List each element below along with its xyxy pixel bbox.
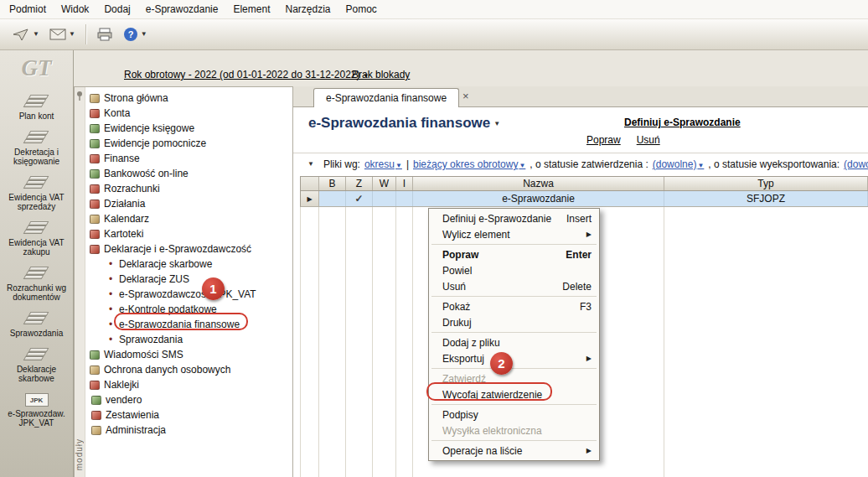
tree-item-rozrachunki[interactable]: Rozrachunki	[86, 181, 292, 196]
filter-period-text: okresu	[364, 158, 395, 170]
close-icon[interactable]: ×	[462, 90, 469, 102]
sidebar-item-vat-sprzedazy[interactable]: Ewidencja VAT sprzedaży	[1, 176, 73, 211]
ctx-popraw[interactable]: PoprawEnter	[429, 246, 599, 262]
filter-scope-link[interactable]: bieżący okres obrotowy▼	[413, 158, 525, 170]
help-button[interactable]: ? ▼	[118, 23, 152, 45]
sidebar-item-vat-zakupu[interactable]: Ewidencja VAT zakupu	[1, 221, 73, 257]
chevron-down-icon: ▼	[33, 31, 39, 38]
menu-widok[interactable]: Widok	[54, 0, 96, 18]
ctx-definiuj[interactable]: Definiuj e-SprawozdanieInsert	[429, 210, 599, 226]
lock-status-link[interactable]: Brak blokady	[352, 69, 410, 80]
ctx-powiel[interactable]: Powiel	[429, 262, 599, 278]
menu-item-label: Wysyłka elektroniczna	[442, 425, 542, 437]
tree-item-vendero[interactable]: ›vendero	[86, 392, 292, 407]
menu-element[interactable]: Element	[225, 0, 277, 18]
ctx-usun[interactable]: UsuńDelete	[429, 278, 599, 294]
page-title[interactable]: e-Sprawozdania finansowe▼	[308, 115, 500, 132]
header-typ[interactable]: Typ	[664, 177, 868, 190]
sidebar-item-dekretacja[interactable]: Dekretacja i księgowanie	[1, 131, 73, 166]
tree-item-label: Kalendarz	[104, 213, 149, 225]
ctx-dodaj-z-pliku[interactable]: Dodaj z pliku	[429, 334, 599, 350]
ctx-wycofaj-zatwierdzenie[interactable]: Wycofaj zatwierdzenie	[429, 386, 599, 402]
popraw-link[interactable]: Popraw	[586, 134, 621, 146]
cell-nazwa: e-Sprawozdanie	[413, 191, 664, 206]
tree-item-ewidencje-pomocnicze[interactable]: Ewidencje pomocnicze	[86, 136, 292, 151]
cell-b	[319, 191, 346, 206]
ctx-operacje-na-liscie[interactable]: Operacje na liście▶	[429, 443, 599, 459]
menu-dodaj[interactable]: Dodaj	[96, 0, 137, 18]
send-button[interactable]: ▼	[7, 24, 44, 45]
tree-item-konta[interactable]: Konta	[86, 106, 292, 121]
menu-separator	[431, 244, 597, 245]
ledgers-icon	[90, 124, 100, 133]
tree-item-sprawozdania[interactable]: •Sprawozdania	[86, 332, 292, 347]
app-window: Podmiot Widok Dodaj e-Sprawozdanie Eleme…	[0, 0, 868, 477]
filter-period-link[interactable]: okresu▼	[364, 158, 402, 170]
tree-item-label: vendero	[106, 394, 142, 406]
tree-item-naklejki[interactable]: Naklejki	[86, 377, 292, 392]
tree-item-deklaracje-zus[interactable]: •Deklaracje ZUS	[86, 272, 292, 287]
menu-pomoc[interactable]: Pomoc	[338, 0, 385, 18]
header-b[interactable]: B	[319, 177, 346, 190]
sidebar-item-rozrachunki[interactable]: Rozrachunki wg dokumentów	[1, 267, 73, 302]
administration-icon	[91, 426, 101, 435]
menu-podmiot[interactable]: Podmiot	[2, 0, 54, 18]
tree-item-zestawienia[interactable]: ›Zestawienia	[86, 407, 292, 423]
filter-approval-link[interactable]: (dowolne)▼	[653, 158, 705, 170]
header-w[interactable]: W	[373, 177, 396, 190]
page-title-text: e-Sprawozdania finansowe	[308, 115, 490, 131]
cell-typ: SFJOPZ	[664, 191, 868, 206]
tree-item-administracja[interactable]: ›Administracja	[86, 423, 292, 438]
tab-e-sprawozdania-finansowe[interactable]: e-Sprawozdania finansowe	[313, 88, 459, 107]
fiscal-year-selector[interactable]: Rok obrotowy - 2022 (od 01-01-2022 do 31…	[124, 69, 369, 80]
tree-item-label: Działania	[104, 198, 145, 210]
tree-item-dzialania[interactable]: Działania	[86, 196, 292, 211]
sidebar-item-label: Ewidencja VAT zakupu	[1, 238, 73, 257]
table-row[interactable]: ▶ ✓ e-Sprawozdanie SFJOPZ	[300, 191, 868, 207]
tree-item-ewidencje-ksiegowe[interactable]: Ewidencje księgowe	[86, 121, 292, 136]
tree-item-ochrona-danych[interactable]: Ochrona danych osobowych	[86, 362, 292, 377]
pin-icon[interactable]	[75, 91, 85, 101]
tree-item-deklaracje-parent[interactable]: Deklaracje i e-Sprawozdawczość	[86, 241, 292, 257]
menu-item-label: Popraw	[442, 249, 478, 261]
tab-strip: e-Sprawozdania finansowe ×	[293, 86, 868, 107]
print-button[interactable]	[91, 24, 118, 44]
filter-export-link[interactable]: (dowolne)	[844, 158, 868, 170]
header-z[interactable]: Z	[346, 177, 373, 190]
chevron-down-icon[interactable]: ▼	[307, 161, 314, 168]
chevron-right-icon: ›	[86, 425, 87, 435]
tree-item-sms[interactable]: Wiadomości SMS	[86, 347, 292, 362]
ctx-drukuj[interactable]: Drukuj	[429, 314, 599, 330]
mail-button[interactable]: ▼	[44, 25, 80, 44]
sidebar-item-deklaracje-skarbowe[interactable]: Deklaracje skarbowe	[1, 348, 73, 383]
usun-link[interactable]: Usuń	[637, 134, 660, 146]
ctx-podpisy[interactable]: Podpisy	[429, 407, 599, 423]
header-nazwa[interactable]: Nazwa	[413, 177, 664, 190]
menu-narzedzia[interactable]: Narzędzia	[277, 0, 338, 18]
help-icon: ?	[123, 27, 138, 42]
sidebar-item-jpk[interactable]: JPK e-Sprawozdaw. JPK_VAT	[1, 393, 73, 428]
tree-item-jpk-vat[interactable]: •e-Sprawozdawczość JPK_VAT	[86, 287, 292, 302]
ctx-pokaz[interactable]: PokażF3	[429, 298, 599, 314]
sidebar-item-sprawozdania[interactable]: Sprawozdania	[1, 312, 73, 338]
menu-e-sprawozdanie[interactable]: e-Sprawozdanie	[138, 0, 226, 18]
define-report-link[interactable]: Definiuj e-Sprawozdanie	[624, 117, 741, 128]
ctx-wylicz-element[interactable]: Wylicz element▶	[429, 226, 599, 242]
filter-divider: |	[406, 158, 409, 170]
tree-item-kalendarz[interactable]: Kalendarz	[86, 211, 292, 226]
tree-item-e-kontrole[interactable]: •e-Kontrole podatkowe	[86, 302, 292, 317]
tree-item-finanse[interactable]: Finanse	[86, 151, 292, 166]
tree-item-strona-glowna[interactable]: Strona główna	[86, 91, 292, 106]
sidebar-item-plan-kont[interactable]: Plan kont	[1, 95, 73, 121]
header-i[interactable]: I	[396, 177, 413, 190]
tree-item-e-sprawozdania-finansowe[interactable]: •e-Sprawozdania finansowe	[86, 317, 292, 332]
row-marker-icon: ▶	[307, 195, 312, 203]
tree-item-kartoteki[interactable]: Kartoteki	[86, 226, 292, 241]
fiscal-year-label: Rok obrotowy - 2022 (od 01-01-2022 do 31…	[124, 69, 360, 80]
menu-item-label: Operacje na liście	[442, 445, 522, 457]
tree-item-bankowosc[interactable]: Bankowość on-line	[86, 166, 292, 181]
tree-item-deklaracje-skarbowe[interactable]: •Deklaracje skarbowe	[86, 257, 292, 272]
cell-z-check-icon: ✓	[346, 191, 373, 206]
header-gutter	[301, 177, 319, 190]
ctx-eksportuj[interactable]: Eksportuj▶	[429, 350, 599, 366]
